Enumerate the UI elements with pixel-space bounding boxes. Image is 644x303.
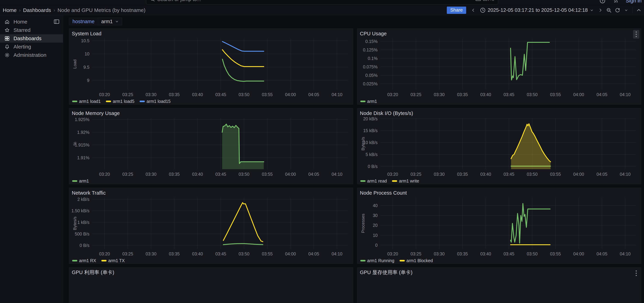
legend: arm1 readarm1 write <box>357 178 641 184</box>
legend-label: arm1 write <box>399 178 419 184</box>
svg-text:03:30: 03:30 <box>434 172 444 177</box>
time-shift-back-button[interactable] <box>470 7 477 14</box>
legend-item[interactable]: arm1 <box>72 178 89 184</box>
svg-text:03:40: 03:40 <box>480 92 491 97</box>
svg-text:03:20: 03:20 <box>387 251 398 256</box>
legend-item[interactable]: arm1 Running <box>360 258 394 263</box>
kiosk-toggle-button[interactable] <box>635 7 642 14</box>
svg-text:03:50: 03:50 <box>527 172 538 177</box>
time-shift-forward-button[interactable] <box>596 7 604 14</box>
legend-item[interactable]: arm1 RX <box>72 258 96 263</box>
chart-node-disk-i-o-bytes-s[interactable]: 0 B/s5 kB/s10 kB/s15 kB/s20 kB/s03:2003:… <box>360 117 638 177</box>
legend-swatch <box>72 180 77 182</box>
legend-item[interactable]: arm1 write <box>392 178 419 184</box>
legend-item[interactable]: arm1 <box>360 99 377 104</box>
clock-icon <box>480 8 486 13</box>
svg-text:04:00: 04:00 <box>285 92 296 97</box>
svg-text:03:25: 03:25 <box>122 251 133 256</box>
breadcrumb-item[interactable]: Dashboards <box>23 7 51 13</box>
search-input[interactable]: Search or jump to... ctrl+k <box>146 0 498 5</box>
sidebar: HomeStarredDashboardsAlertingAdministrat… <box>0 15 63 303</box>
panel-title[interactable]: Node Memory Usage <box>72 110 120 116</box>
legend-label: arm1 <box>367 99 377 104</box>
panel-title[interactable]: System Load <box>72 31 101 37</box>
sidebar-collapse-button[interactable] <box>54 19 60 25</box>
svg-text:03:30: 03:30 <box>146 92 156 97</box>
svg-text:10: 10 <box>84 52 90 56</box>
legend-item[interactable]: arm1 read <box>360 178 387 184</box>
panel-node-disk-i-o-bytes-s: Node Disk I/O (Bytes/s)0 B/s5 kB/s10 kB/… <box>357 108 642 184</box>
svg-text:1.92%: 1.92% <box>77 130 90 135</box>
chart-system-load[interactable]: 99.51010.503:2003:2503:3003:3503:4003:45… <box>72 37 350 98</box>
home-icon <box>4 19 10 25</box>
panel-title[interactable]: Node Process Count <box>360 190 407 196</box>
svg-text:04:00: 04:00 <box>285 251 296 256</box>
svg-text:03:50: 03:50 <box>238 172 250 177</box>
svg-text:04:05: 04:05 <box>596 251 607 256</box>
sidebar-item-label: Administration <box>14 52 46 58</box>
svg-text:0.025%: 0.025% <box>363 81 378 86</box>
legend-label: arm1 load15 <box>146 99 170 104</box>
svg-text:04:10: 04:10 <box>620 251 630 256</box>
refresh-button[interactable] <box>614 7 621 14</box>
panel-title[interactable]: Network Traffic <box>72 190 106 196</box>
panel-title[interactable]: GPU 显存使用率 (单卡) <box>360 269 412 276</box>
panel-title[interactable]: CPU Usage <box>360 31 387 37</box>
svg-text:04:10: 04:10 <box>620 172 630 177</box>
refresh-interval-dropdown[interactable] <box>622 7 630 14</box>
legend-item[interactable]: arm1 load5 <box>106 99 134 104</box>
panel-menu-button[interactable] <box>633 30 639 39</box>
sidebar-item-alerting[interactable]: Alerting <box>0 43 63 51</box>
legend-item[interactable]: arm1 Blocked <box>400 258 433 263</box>
legend: arm1 load1arm1 load5arm1 load15 <box>69 99 353 104</box>
legend-item[interactable]: arm1 TX <box>101 258 125 263</box>
svg-text:04:10: 04:10 <box>620 92 630 97</box>
share-button[interactable]: Share <box>447 7 466 14</box>
gear-icon <box>4 52 10 58</box>
time-range-picker[interactable]: 2025-12-05 03:17:21 to 2025-12-05 04:12:… <box>478 7 596 14</box>
breadcrumb-item[interactable]: Node and GPU Metrics (by hostname) <box>58 7 146 13</box>
svg-text:03:20: 03:20 <box>387 172 398 177</box>
panel-title[interactable]: GPU 利用率 (单卡) <box>72 269 114 276</box>
breadcrumb-separator: › <box>54 8 55 13</box>
dashboard-toolbar: Home›Dashboards›Node and GPU Metrics (by… <box>0 5 644 15</box>
panel-title[interactable]: Node Disk I/O (Bytes/s) <box>360 110 413 116</box>
help-button[interactable] <box>599 0 606 5</box>
panel-menu-button[interactable] <box>633 269 639 277</box>
news-button[interactable] <box>612 0 620 5</box>
search-shortcut: ctrl+k <box>476 0 494 2</box>
legend-swatch <box>106 101 111 102</box>
svg-text:04:05: 04:05 <box>308 251 319 256</box>
sidebar-item-administration[interactable]: Administration <box>0 51 63 59</box>
legend-swatch <box>140 101 145 102</box>
svg-text:03:35: 03:35 <box>169 172 180 177</box>
variable-value-dropdown[interactable]: arm1 <box>98 18 122 25</box>
svg-text:Load: Load <box>72 59 77 69</box>
sidebar-item-starred[interactable]: Starred <box>0 26 63 34</box>
panel-left-icon <box>54 19 60 24</box>
sign-in-link[interactable]: Sign in <box>626 0 642 4</box>
panel-cpu-usage: CPU Usage0.025%0.05%0.075%0.1%0.125%0.15… <box>357 28 642 105</box>
breadcrumb-item[interactable]: Home <box>3 7 16 13</box>
svg-text:0 B/s: 0 B/s <box>80 243 90 248</box>
sidebar-item-label: Starred <box>14 27 30 33</box>
panel-gpu: GPU 利用率 (单卡) <box>69 267 353 303</box>
svg-text:15 kB/s: 15 kB/s <box>363 128 378 133</box>
chevron-down-icon <box>590 8 594 12</box>
chart-network-traffic[interactable]: 0 B/s500 B/s1 kB/s1.50 kB/s2 kB/s03:2003… <box>72 196 350 257</box>
sidebar-item-dashboards[interactable]: Dashboards <box>0 34 63 43</box>
legend-item[interactable]: arm1 load15 <box>140 99 170 104</box>
chart-node-memory-usage[interactable]: 1.91%1.915%1.92%1.925%03:2003:2503:3003:… <box>72 117 350 177</box>
zoom-out-button[interactable] <box>605 7 613 14</box>
legend-item[interactable]: arm1 load1 <box>72 99 101 104</box>
svg-text:9.5: 9.5 <box>84 65 90 70</box>
legend-label: arm1 load5 <box>113 99 134 104</box>
svg-text:03:30: 03:30 <box>146 172 156 177</box>
chart-cpu-usage[interactable]: 0.025%0.05%0.075%0.1%0.125%0.15%03:2003:… <box>360 37 638 98</box>
chart-node-process-count[interactable]: 01020304003:2003:2503:3003:3503:4003:450… <box>360 196 638 257</box>
legend-swatch <box>400 260 405 261</box>
svg-text:04:00: 04:00 <box>573 251 584 256</box>
variable-value: arm1 <box>101 19 112 25</box>
svg-text:04:10: 04:10 <box>332 92 342 97</box>
svg-text:03:40: 03:40 <box>192 92 203 97</box>
